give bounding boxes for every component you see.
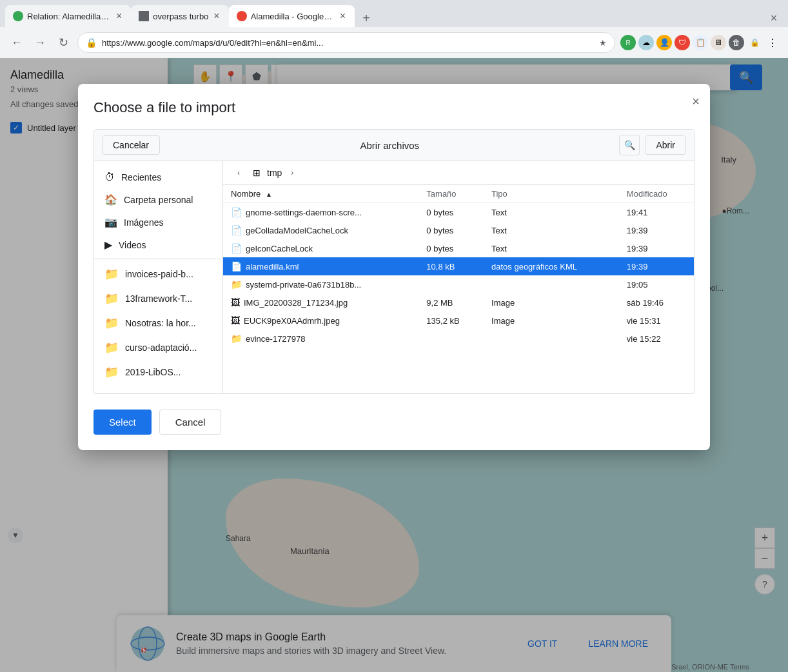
col-tipo[interactable]: Tipo <box>484 185 619 203</box>
path-forward-button[interactable]: › <box>284 165 300 181</box>
folder-icon-5: 📁 <box>104 365 119 379</box>
address-text: https://www.google.com/maps/d/u/0/edit?h… <box>102 38 594 48</box>
sidebar-carpeta[interactable]: 🏠 Carpeta personal <box>94 188 222 211</box>
tab-alamedilla[interactable]: Alamedilla - Google My... × <box>229 5 355 27</box>
tab-favicon-1 <box>13 11 23 21</box>
table-row[interactable]: 📄 geIconCacheLock 0 bytes Text 19:39 <box>223 239 694 257</box>
folder-icon-3: 📁 <box>104 316 119 330</box>
tab-close-2[interactable]: × <box>212 9 221 23</box>
ext-icon-2[interactable]: ☁ <box>638 35 654 50</box>
file-name: geIconCacheLock <box>246 244 313 253</box>
file-modified: 19:05 <box>619 275 694 293</box>
ext-icon-1[interactable]: R <box>620 35 636 50</box>
file-size: 135,2 kB <box>419 311 484 330</box>
file-type: Image <box>484 311 619 330</box>
sidebar-imagenes[interactable]: 📷 Imágenes <box>94 211 222 233</box>
table-row[interactable]: 🖼 EUCK9peX0AAdmrh.jpeg 135,2 kB Image vi… <box>223 311 694 330</box>
tab-bar: Relation: Alamedilla (34 × overpass turb… <box>0 0 788 27</box>
extensions-area: R ☁ 👤 🛡 📋 🖥 🗑 🔒 ⋮ <box>620 35 780 50</box>
file-sidebar: ⏱ Recientes 🏠 Carpeta personal 📷 Imágene… <box>94 161 223 393</box>
path-back-button[interactable]: ‹ <box>231 165 246 181</box>
select-button[interactable]: Select <box>94 410 152 435</box>
file-picker-body: ⏱ Recientes 🏠 Carpeta personal 📷 Imágene… <box>94 161 694 393</box>
file-type: Text <box>484 221 619 239</box>
folder-label-5: 2019-LibOS... <box>125 367 181 377</box>
file-type-icon: 📄 <box>231 261 242 272</box>
col-tamano[interactable]: Tamaño <box>419 185 484 203</box>
col-nombre[interactable]: Nombre ▲ <box>223 185 419 203</box>
table-row[interactable]: 📄 gnome-settings-daemon-scre... 0 bytes … <box>223 203 694 222</box>
file-type <box>484 330 619 348</box>
file-picker-open-button[interactable]: Abrir <box>645 135 686 155</box>
reload-button[interactable]: ↻ <box>54 34 72 52</box>
sidebar-nosotras[interactable]: 📁 Nosotras: la hor... <box>94 311 222 335</box>
address-bar[interactable]: 🔒 https://www.google.com/maps/d/u/0/edit… <box>77 32 615 53</box>
new-tab-button[interactable]: + <box>357 9 375 27</box>
sidebar-videos[interactable]: ▶ Videos <box>94 233 222 256</box>
recientes-label: Recientes <box>121 172 161 183</box>
table-row[interactable]: 📄 alamedilla.kml 10,8 kB datos geográfic… <box>223 257 694 275</box>
ext-icon-7[interactable]: 🗑 <box>729 35 744 50</box>
file-type-icon: 📁 <box>231 279 242 290</box>
sidebar-recientes[interactable]: ⏱ Recientes <box>94 166 222 188</box>
ext-menu[interactable]: ⋮ <box>765 35 780 50</box>
cancel-button[interactable]: Cancel <box>159 410 222 435</box>
tab-close-3[interactable]: × <box>339 9 347 23</box>
file-size: 10,8 kB <box>419 257 484 275</box>
sidebar-2019[interactable]: 📁 2019-LibOS... <box>94 360 222 384</box>
file-type: Image <box>484 293 619 311</box>
sidebar-curso[interactable]: 📁 curso-adaptació... <box>94 335 222 360</box>
file-picker-cancel-button[interactable]: Cancelar <box>102 135 160 155</box>
file-name: EUCK9peX0AAdmrh.jpeg <box>244 316 340 326</box>
folder-label-2: 13framework-T... <box>125 293 192 304</box>
tab-close-1[interactable]: × <box>115 9 123 23</box>
sidebar-divider <box>94 259 222 259</box>
folder-label-1: invoices-paid-b... <box>125 269 193 279</box>
file-type-icon: 🖼 <box>231 315 240 326</box>
file-modified: 19:39 <box>619 257 694 275</box>
file-name: evince-1727978 <box>246 334 306 344</box>
file-type: datos geográficos KML <box>484 257 619 275</box>
file-modified: 19:41 <box>619 203 694 222</box>
table-row[interactable]: 📄 geColladaModelCacheLock 0 bytes Text 1… <box>223 221 694 239</box>
tab-title-3: Alamedilla - Google My... <box>251 12 335 21</box>
folder-icon-2: 📁 <box>104 292 119 306</box>
sidebar-invoices[interactable]: 📁 invoices-paid-b... <box>94 262 222 286</box>
back-button[interactable]: ← <box>8 34 26 52</box>
file-modified: vie 15:31 <box>619 311 694 330</box>
ext-icon-3[interactable]: 👤 <box>656 35 672 50</box>
sort-arrow-icon: ▲ <box>266 191 272 198</box>
file-name: geColladaModelCacheLock <box>246 226 348 235</box>
table-row[interactable]: 📁 systemd-private-0a6731b18b... 19:05 <box>223 275 694 293</box>
sidebar-13framework[interactable]: 📁 13framework-T... <box>94 286 222 311</box>
browser-chrome: Relation: Alamedilla (34 × overpass turb… <box>0 0 788 58</box>
ext-icon-lock[interactable]: 🔒 <box>747 35 762 50</box>
ext-icon-4[interactable]: 🛡 <box>675 35 690 50</box>
ext-icon-5[interactable]: 📋 <box>693 35 708 50</box>
file-path-bar: ‹ ⊞ tmp › <box>223 161 694 185</box>
carpeta-icon: 🏠 <box>104 193 117 206</box>
table-row[interactable]: 📁 evince-1727978 vie 15:22 <box>223 330 694 348</box>
file-modified: 19:39 <box>619 239 694 257</box>
ext-icon-6[interactable]: 🖥 <box>711 35 726 50</box>
forward-button[interactable]: → <box>31 34 49 52</box>
tab-overpass[interactable]: overpass turbo × <box>131 5 228 27</box>
file-modified: sáb 19:46 <box>619 293 694 311</box>
window-close-button[interactable]: × <box>765 9 783 27</box>
col-modificado[interactable]: Modificado <box>619 185 694 203</box>
modal-overlay: Choose a file to import × Cancelar Abrir… <box>0 58 788 672</box>
dialog-title: Choose a file to import <box>94 99 694 116</box>
tab-relation[interactable]: Relation: Alamedilla (34 × <box>5 5 131 27</box>
file-size <box>419 330 484 348</box>
tab-title-2: overpass turbo <box>153 12 208 21</box>
table-row[interactable]: 🖼 IMG_20200328_171234.jpg 9,2 MB Image s… <box>223 293 694 311</box>
folder-icon-1: 📁 <box>104 267 119 281</box>
file-picker-search-button[interactable]: 🔍 <box>619 135 640 155</box>
dialog-close-button[interactable]: × <box>692 94 700 109</box>
imagenes-label: Imágenes <box>124 217 163 228</box>
tab-title-1: Relation: Alamedilla (34 <box>27 12 111 21</box>
folder-label-4: curso-adaptació... <box>125 342 197 353</box>
recientes-icon: ⏱ <box>104 172 115 183</box>
file-size <box>419 275 484 293</box>
file-size: 0 bytes <box>419 239 484 257</box>
